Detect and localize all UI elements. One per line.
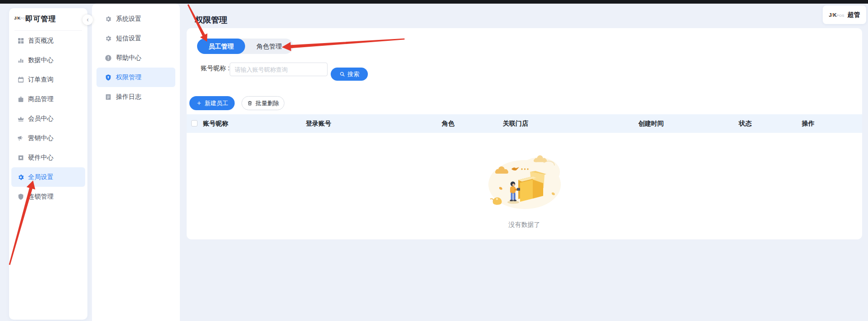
search-input[interactable] [230,63,328,76]
sidebar-item-order-query[interactable]: 订单查询 [11,70,85,89]
search-icon [339,71,345,77]
empty-state-text: 没有数据了 [187,221,862,229]
sidebar-item-label: 硬件中心 [28,154,53,162]
create-employee-button[interactable]: 新建员工 [189,96,235,110]
exclamation-circle-icon [105,54,112,62]
table-column-header: 创建时间 [638,114,664,133]
table-header-row: 账号昵称登录账号角色关联门店创建时间状态操作 [187,114,862,133]
sidebar-item-label: 订单查询 [28,76,53,84]
table-column-header: 账号昵称 [203,114,228,133]
table-column-header: 角色 [442,114,454,133]
batch-delete-button[interactable]: 批量删除 [241,96,285,110]
shield-key-icon [105,74,112,81]
tab-employee-management[interactable]: 员工管理 [197,39,245,54]
gear-icon [17,174,24,181]
chevron-left-icon: ‹ [87,16,89,23]
sidebar-item-member-center[interactable]: 会员中心 [11,109,85,128]
empty-state-illustration [486,151,563,214]
megaphone-icon [17,135,24,142]
sidebar-item-label: 权限管理 [116,73,141,82]
sidebar-item-marketing-center[interactable]: 营销中心 [11,128,85,148]
sidebar-item-label: 营销中心 [28,134,53,142]
tab-group: 员工管理角色管理 [197,39,293,54]
sidebar-item-label: 会员中心 [28,115,53,123]
secondary-nav: 系统设置短信设置帮助中心权限管理操作日志 [92,9,180,107]
brand-logo-icon: J/KPOS [829,12,844,18]
sidebar-item-label: 操作日志 [116,93,141,101]
grid-icon [17,37,24,44]
log-icon [105,93,112,101]
tab-role-management[interactable]: 角色管理 [245,39,293,54]
sidebar-item-label: 短信设置 [116,34,141,43]
calendar-icon [17,76,24,83]
gear-icon [105,15,112,23]
table-column-header: 状态 [739,114,752,133]
sidebar-item-product-management[interactable]: 商品管理 [11,89,85,109]
sidebar-item-label: 数据中心 [28,56,53,64]
sidebar-item-help-center[interactable]: 帮助中心 [96,48,175,68]
sidebar-collapse-button[interactable]: ‹ [82,15,93,25]
sidebar-item-data-center[interactable]: 数据中心 [11,50,85,70]
sidebar-item-global-settings[interactable]: 全局设置 [11,167,85,187]
sidebar-item-operation-log[interactable]: 操作日志 [96,87,175,107]
chip-icon [17,154,24,161]
sidebar-item-permission-management[interactable]: 权限管理 [96,68,175,87]
sidebar-item-sms-settings[interactable]: 短信设置 [96,29,175,48]
app-title: 即可管理 [25,15,56,24]
gear-icon [105,35,112,42]
sidebar-item-chain-management[interactable]: 连锁管理 [11,187,85,206]
search-button[interactable]: 搜索 [331,68,368,81]
sidebar-item-home-overview[interactable]: 首页概况 [11,31,85,50]
bag-icon [17,96,24,103]
sidebar-item-label: 系统设置 [116,15,141,23]
table-column-header: 登录账号 [306,114,331,133]
trash-icon [247,100,253,106]
user-role: 超管 [848,11,860,19]
crown-icon [17,115,24,122]
bar-chart-icon [17,57,24,64]
sidebar-item-label: 全局设置 [28,173,53,181]
sidebar-item-hardware-center[interactable]: 硬件中心 [11,148,85,167]
sidebar-item-label: 首页概况 [28,37,53,45]
sidebar-item-label: 商品管理 [28,95,53,103]
user-chip[interactable]: J/KPOS 超管 [823,5,866,24]
top-bar [0,0,868,4]
page-title: 权限管理 [195,15,227,25]
sidebar-item-label: 连锁管理 [28,193,53,201]
primary-nav: 首页概况数据中心订单查询商品管理会员中心营销中心硬件中心全局设置连锁管理 [9,31,87,206]
search-label: 账号昵称 : [201,61,230,75]
table-column-header: 关联门店 [503,114,528,133]
sidebar-item-system-settings[interactable]: 系统设置 [96,9,175,29]
plus-icon [196,100,202,106]
primary-sidebar: J/KPOS 即可管理 ‹ 首页概况数据中心订单查询商品管理会员中心营销中心硬件… [9,8,87,320]
select-all-checkbox[interactable] [191,120,198,126]
brand-row: J/KPOS 即可管理 [9,8,87,31]
shield-icon [17,193,24,200]
content-card: 员工管理角色管理 账号昵称 : 搜索 新建员工 批量删除 账号昵称登录账号角色关… [187,28,862,239]
secondary-sidebar: 系统设置短信设置帮助中心权限管理操作日志 [92,4,180,321]
sidebar-item-label: 帮助中心 [116,54,141,62]
table-column-header: 操作 [802,114,815,133]
